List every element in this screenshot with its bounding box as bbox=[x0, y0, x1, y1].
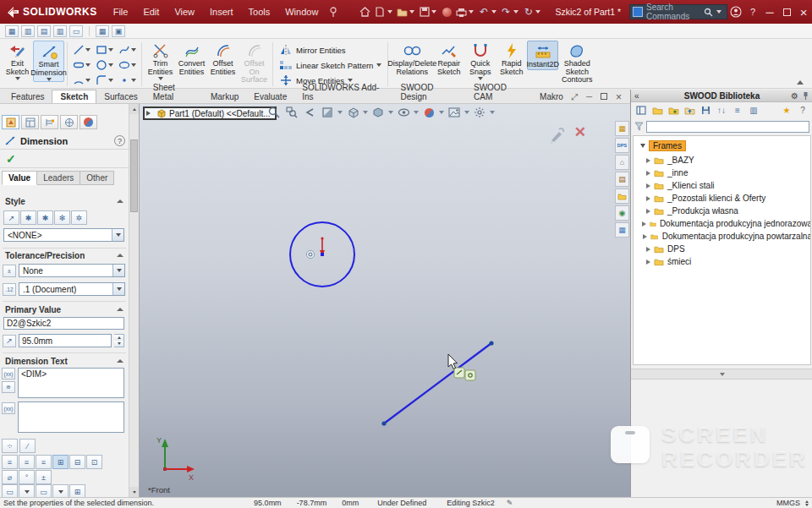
tab-features[interactable]: Features bbox=[3, 90, 52, 103]
menu-file[interactable]: File bbox=[106, 7, 136, 17]
library-tab-icon[interactable]: ▤ bbox=[615, 172, 629, 187]
value-spinner[interactable] bbox=[114, 334, 124, 347]
search-commands-box[interactable]: Search Commands bbox=[629, 4, 727, 19]
dimension-value-field[interactable] bbox=[19, 334, 112, 347]
smart-dimension-button[interactable]: Smart Dimension bbox=[33, 41, 64, 82]
dimension-text-area[interactable]: <DIM> bbox=[18, 368, 124, 398]
swood-dps-tab-icon[interactable]: DPS bbox=[615, 138, 629, 153]
style-dropdown-arrow-icon[interactable] bbox=[112, 229, 123, 241]
spinner-down-icon[interactable] bbox=[114, 341, 123, 347]
ok-check-icon[interactable]: ✓ bbox=[6, 152, 16, 166]
tab-evaluate[interactable]: Evaluate bbox=[246, 90, 294, 103]
displaymanager-tab-icon[interactable] bbox=[80, 115, 97, 129]
expand-icon[interactable] bbox=[646, 183, 650, 188]
panel-splitter[interactable] bbox=[631, 369, 812, 380]
macro-grid-icon[interactable]: ▦ bbox=[96, 25, 109, 37]
rapid-sketch-button[interactable]: Rapid Sketch bbox=[496, 41, 527, 76]
editing-label[interactable]: Editing Szkic2 bbox=[447, 499, 495, 507]
tolerance-dropdown-arrow-icon[interactable] bbox=[112, 265, 124, 276]
expand-icon[interactable] bbox=[643, 234, 647, 239]
tolerance-dropdown[interactable]: None bbox=[19, 264, 125, 277]
justify-right-icon[interactable]: ≡ bbox=[36, 455, 52, 469]
style-dropdown[interactable]: <NONE> bbox=[3, 228, 124, 242]
settings-globe-tab-icon[interactable]: ◉ bbox=[615, 205, 629, 221]
dimension-text-section-header[interactable]: Dimension Text bbox=[0, 355, 129, 367]
library-filter-input[interactable] bbox=[646, 121, 809, 133]
panel-gear-icon[interactable]: ⚙ bbox=[791, 91, 798, 101]
detail-view-icon[interactable]: ▥ bbox=[747, 104, 760, 117]
menu-view[interactable]: View bbox=[167, 7, 202, 17]
help-icon[interactable]: ? bbox=[744, 3, 761, 21]
smart-dimension-dropdown-icon[interactable] bbox=[47, 78, 52, 81]
expand-icon[interactable] bbox=[646, 171, 650, 176]
style-option-icon[interactable]: ✲ bbox=[71, 210, 87, 225]
scroll-up-icon[interactable] bbox=[129, 104, 139, 114]
doc-restore-icon[interactable] bbox=[601, 93, 607, 101]
library-item-produkcja-wlasna[interactable]: _Produkcja własna bbox=[634, 205, 811, 217]
library-item-pozostali[interactable]: _Pozostali klienci & Oferty bbox=[634, 192, 811, 205]
tab-swood-design[interactable]: SWOOD Design bbox=[393, 81, 466, 103]
linear-sketch-pattern-button[interactable]: Linear Sketch Pattern bbox=[279, 58, 381, 72]
list-view-icon[interactable]: ≡ bbox=[731, 104, 744, 117]
search-dropdown-icon[interactable] bbox=[716, 10, 721, 14]
save-icon[interactable] bbox=[418, 4, 431, 19]
repair-sketch-button[interactable]: Repair Sketch bbox=[433, 41, 464, 76]
text-offset-icon[interactable]: ⊟ bbox=[69, 455, 85, 469]
collapse-primary-icon[interactable] bbox=[117, 308, 123, 311]
dim-text-xx-icon[interactable]: (xx) bbox=[2, 368, 15, 380]
tab-markup[interactable]: Markup bbox=[203, 90, 246, 103]
degree-symbol-button[interactable]: ° bbox=[19, 470, 35, 484]
arc-dropdown-icon[interactable] bbox=[85, 79, 91, 82]
spinner-up-icon[interactable] bbox=[114, 335, 123, 341]
new-document-dropdown-icon[interactable] bbox=[387, 10, 392, 14]
library-root-label[interactable]: Frames bbox=[649, 140, 686, 151]
palette-tab-icon[interactable]: ▦ bbox=[615, 222, 629, 238]
style-apply-icon[interactable]: ✻ bbox=[54, 210, 70, 225]
slot-tool-button[interactable] bbox=[70, 57, 93, 73]
leader-style-icon[interactable]: ∕ bbox=[19, 439, 36, 453]
line-endpoint-2[interactable] bbox=[489, 341, 493, 345]
doc-minimize-icon[interactable]: ─ bbox=[586, 93, 592, 101]
undo-icon[interactable]: ↶ bbox=[477, 4, 490, 19]
layout-rows-icon[interactable]: ▤ bbox=[37, 25, 51, 37]
featuremanager-tab-icon[interactable] bbox=[2, 115, 19, 129]
tab-sketch[interactable]: Sketch bbox=[52, 90, 96, 103]
justify-center-icon[interactable]: ≡ bbox=[19, 455, 35, 469]
tab-swood-cam[interactable]: SWOOD CAM bbox=[466, 81, 532, 103]
style-delete-icon[interactable]: ✱ bbox=[37, 210, 53, 225]
expand-icon[interactable] bbox=[646, 209, 650, 214]
arc-tool-button[interactable] bbox=[70, 73, 93, 88]
open-dropdown-icon[interactable] bbox=[409, 10, 414, 14]
menu-insert[interactable]: Insert bbox=[202, 7, 241, 17]
circle-center-point[interactable] bbox=[321, 253, 324, 256]
quick-snaps-button[interactable]: Quick Snaps bbox=[464, 41, 496, 80]
collapse-panel-icon[interactable]: « bbox=[634, 91, 639, 101]
rebuild-dropdown-icon[interactable] bbox=[535, 10, 540, 14]
save-dropdown-icon[interactable] bbox=[431, 10, 436, 14]
circle-tool-button[interactable] bbox=[93, 57, 116, 73]
add-folder-icon[interactable] bbox=[667, 104, 680, 117]
rebuild-icon[interactable]: ↻ bbox=[522, 4, 535, 19]
dimxpertmanager-tab-icon[interactable] bbox=[60, 115, 78, 129]
sort-icon[interactable]: ↑↓ bbox=[715, 104, 728, 117]
ellipse-tool-button[interactable] bbox=[116, 57, 139, 73]
sketch-geometry-layer[interactable]: Y X bbox=[140, 104, 630, 497]
panel-view-icon[interactable] bbox=[634, 104, 648, 117]
search-icon[interactable] bbox=[704, 8, 713, 17]
display-delete-relations-button[interactable]: Display/Delete Relations bbox=[391, 41, 433, 76]
dim-text-xx2-icon[interactable]: (xx) bbox=[2, 402, 15, 414]
exit-sketch-dropdown-icon[interactable] bbox=[15, 77, 20, 80]
graphics-viewport[interactable]: Part1 (Default) <<Default... bbox=[140, 104, 630, 497]
tab-leaders[interactable]: Leaders bbox=[37, 171, 80, 185]
close-button[interactable]: × bbox=[795, 3, 812, 21]
propertymanager-tab-icon[interactable] bbox=[21, 115, 39, 129]
tab-other[interactable]: Other bbox=[80, 171, 114, 185]
dimension-name-field[interactable] bbox=[3, 317, 124, 330]
text-inline-icon[interactable]: ⊡ bbox=[86, 455, 102, 469]
redo-icon[interactable]: ↷ bbox=[500, 4, 513, 19]
spline-tool-button[interactable] bbox=[116, 42, 139, 57]
doc-float-icon[interactable]: ⤢ bbox=[571, 93, 578, 101]
library-item-dokumentacja-powtarzalna[interactable]: Dokumentacja produkcyjna powtarzalna bbox=[634, 230, 811, 243]
symbol-palette-icon[interactable]: ⁘ bbox=[2, 439, 18, 453]
collapse-dimension-text-icon[interactable] bbox=[117, 359, 123, 363]
